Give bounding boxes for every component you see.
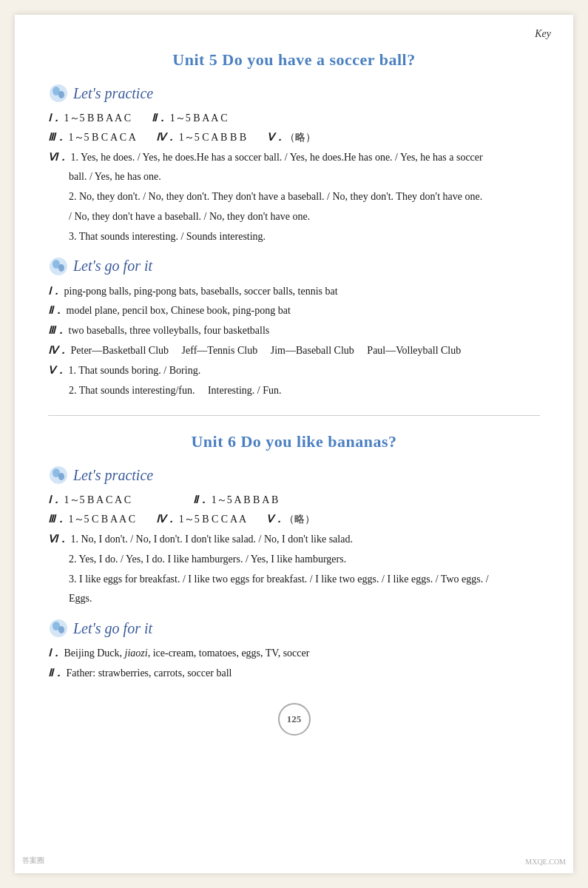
practice-icon-2	[48, 465, 69, 485]
unit5-title: Unit 5 Do you have a soccer ball?	[48, 50, 540, 70]
unit5-gfi-IV: Ⅳ． Peter—Basketball Club Jeff—Tennis Clu…	[48, 342, 540, 360]
unit5-gfi-I: Ⅰ． ping-pong balls, ping-pong bats, base…	[48, 283, 540, 300]
unit5-practice-label: Let's practice	[73, 85, 153, 102]
unit5-gfi-II: Ⅱ． model plane, pencil box, Chinese book…	[48, 302, 540, 320]
unit6-gfi-I: Ⅰ． Beijing Duck, jiaozi, ice-cream, toma…	[48, 645, 540, 662]
svg-point-8	[58, 473, 64, 480]
watermark-right: MXQE.COM	[525, 858, 566, 866]
svg-point-5	[58, 264, 64, 272]
unit6-p-I: Ⅰ． 1～5 B A C A C Ⅱ． 1～5 A B B A B	[48, 494, 278, 505]
goforit-icon	[48, 256, 69, 277]
unit6-practice-row1: Ⅰ． 1～5 B A C A C Ⅱ． 1～5 A B B A B	[48, 491, 540, 509]
unit6-practice-header: Let's practice	[48, 465, 540, 485]
unit5-practice-row1: Ⅰ． 1～5 B B A A C Ⅱ． 1～5 B A A C	[48, 110, 540, 127]
practice-icon	[48, 83, 69, 104]
page: Key Unit 5 Do you have a soccer ball? Le…	[15, 15, 573, 873]
unit5-p-III: Ⅲ． 1～5 B C A C A Ⅳ． 1～5 C A B B B Ⅴ．（略）	[48, 132, 316, 143]
unit6-practice-VI: Ⅵ． 1. No, I don't. / No, I don't. I don'…	[48, 531, 540, 608]
unit5-practice-row2: Ⅲ． 1～5 B C A C A Ⅳ． 1～5 C A B B B Ⅴ．（略）	[48, 129, 540, 147]
unit6-goforit-header: Let's go for it	[48, 618, 540, 639]
unit6-title: Unit 6 Do you like bananas?	[48, 432, 540, 451]
key-label: Key	[535, 28, 551, 40]
page-number-area: 125	[48, 703, 540, 736]
unit5-practice-VI: Ⅵ． 1. Yes, he does. / Yes, he does.He ha…	[48, 149, 540, 246]
unit6-practice-label: Let's practice	[73, 467, 153, 484]
unit5-p-I: Ⅰ． 1～5 B B A A C Ⅱ． 1～5 B A A C	[48, 112, 227, 124]
unit6-gfi-II: Ⅱ． Father: strawberries, carrots, soccer…	[48, 665, 540, 682]
divider	[48, 415, 540, 416]
unit6-practice-row2: Ⅲ． 1～5 C B A A C Ⅳ． 1～5 B C C A A Ⅴ．（略）	[48, 511, 540, 528]
svg-point-11	[58, 626, 64, 633]
unit6-p-III: Ⅲ． 1～5 C B A A C Ⅳ． 1～5 B C C A A Ⅴ．（略）	[48, 514, 315, 525]
unit5-gfi-III: Ⅲ． two baseballs, three volleyballs, fou…	[48, 322, 540, 340]
svg-point-2	[58, 91, 64, 98]
page-number: 125	[278, 703, 311, 736]
unit5-gfi-V: Ⅴ． 1. That sounds boring. / Boring. 2. T…	[48, 362, 540, 400]
unit5-goforit-label: Let's go for it	[73, 258, 152, 275]
unit5-goforit-header: Let's go for it	[48, 256, 540, 277]
unit6-goforit-label: Let's go for it	[73, 620, 152, 637]
watermark-left: 答案圈	[22, 855, 44, 866]
unit5-practice-header: Let's practice	[48, 83, 540, 104]
goforit-icon-2	[48, 618, 69, 639]
